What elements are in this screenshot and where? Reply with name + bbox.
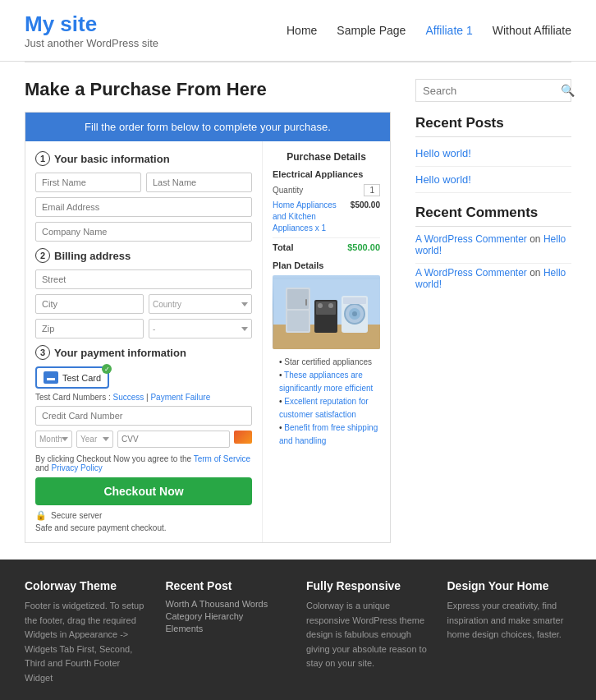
email-row [35,197,252,217]
test-card-label: Test Card Numbers : [35,393,111,402]
feature-3: Excellent reputation for customer satisf… [273,395,380,421]
comment-on-1: on [530,233,540,245]
quantity-row: Quantity 1 [273,184,380,196]
failure-link[interactable]: Payment Failure [150,393,210,402]
product-name: Home Appliances and Kitchen Appliances x… [273,200,351,234]
footer-col-4: Design Your Home Express your creativity… [447,579,572,686]
footer-post-link-1[interactable]: Worth A Thousand Words [166,599,291,609]
cc-row [35,406,252,426]
checkout-header: Fill the order form below to complete yo… [25,113,390,141]
plan-title: Plan Details [273,260,380,270]
svg-point-9 [328,303,333,308]
feature-4: Benefit from free shipping and handling [273,421,380,448]
svg-point-8 [318,303,323,308]
search-input[interactable] [423,85,561,97]
terms-and: and [35,463,49,472]
comment-2: A WordPress Commenter on Hello world! [415,267,571,290]
divider-1 [415,166,571,167]
terms-prefix: By clicking Checkout Now you agree to th… [35,454,191,463]
comment-on-2: on [530,267,540,279]
product-price: $500.00 [351,200,380,234]
quantity-value: 1 [364,184,380,196]
checkout-body: 1 Your basic information [25,141,390,542]
secure-label: Secure server [51,511,102,520]
nav-home[interactable]: Home [287,24,317,37]
site-tagline: Just another WordPress site [25,37,158,49]
footer-col4-title: Design Your Home [447,579,572,592]
company-row [35,222,252,242]
terms-text: By clicking Checkout Now you agree to th… [35,454,252,472]
recent-post-2[interactable]: Hello world! [415,170,571,189]
svg-rect-3 [287,289,309,309]
footer-col-3: Fully Responsive Colorway is a unique re… [306,579,431,686]
test-card-button[interactable]: ▬ Test Card ✓ [35,366,109,389]
checkout-box: Fill the order form below to complete yo… [25,112,391,543]
svg-point-13 [352,311,357,316]
product-category: Electrical Appliances [273,169,380,179]
footer-dark: Colorway Theme Footer is widgetized. To … [0,560,596,700]
svg-rect-5 [305,299,307,306]
section2-label: Billing address [54,250,131,262]
credit-card-input[interactable] [35,406,252,426]
total-amount: $500.00 [347,242,380,252]
checkout-header-text: Fill the order form below to complete yo… [85,121,331,133]
main-container: Make a Purchase From Here Fill the order… [0,62,596,560]
country-select[interactable]: Country [149,294,252,314]
appliance-image [273,275,380,349]
city-input[interactable] [35,294,144,314]
footer-col1-text: Footer is widgetized. To setup the foote… [25,599,149,686]
footer-post-link-3[interactable]: Elements [166,624,291,633]
search-box: 🔍 [415,79,571,102]
footer-col-1: Colorway Theme Footer is widgetized. To … [25,579,149,686]
search-icon[interactable]: 🔍 [561,84,575,97]
zip-extra-select[interactable]: - [149,319,252,338]
street-input[interactable] [35,269,252,289]
checkout-button[interactable]: Checkout Now [35,477,252,505]
checkout-wrapper: Fill the order form below to complete yo… [25,112,391,543]
privacy-link[interactable]: Privacy Policy [51,463,102,472]
divider-2 [415,192,571,193]
first-name-input[interactable] [35,173,141,192]
section1-label: Your basic information [54,153,170,165]
name-row [35,173,252,192]
success-link[interactable]: Success [112,393,144,402]
content-area: Make a Purchase From Here Fill the order… [25,79,391,543]
street-row [35,269,252,289]
purchase-details-title: Purchase Details [273,151,380,163]
nav-without-affiliate[interactable]: Without Affiliate [493,24,571,37]
footer-col3-title: Fully Responsive [306,579,431,592]
footer-post-link-2[interactable]: Category Hierarchy [166,611,291,621]
recent-posts-title: Recent Posts [415,115,571,137]
quantity-label: Quantity [273,186,303,195]
site-title: My site Just another WordPress site [25,12,158,49]
nav-sample-page[interactable]: Sample Page [337,24,406,37]
recent-post-1[interactable]: Hello world! [415,144,571,163]
footer-col3-text: Colorway is a unique responsive WordPres… [306,599,431,671]
nav-affiliate1[interactable]: Affiliate 1 [425,24,472,37]
commenter-2[interactable]: A WordPress Commenter [415,267,527,279]
commenter-1[interactable]: A WordPress Commenter [415,233,527,245]
card-logo-icon [234,431,252,444]
card-icon: ▬ [44,371,58,384]
year-select[interactable]: Year [76,431,113,448]
footer-col-2: Recent Post Worth A Thousand Words Categ… [166,579,291,686]
section3-label: Your payment information [54,347,186,359]
email-input[interactable] [35,197,252,217]
test-card-info: Test Card Numbers : Success | Payment Fa… [35,393,252,402]
check-badge: ✓ [102,364,112,374]
lock-icon: 🔒 [35,510,47,521]
last-name-input[interactable] [146,173,252,192]
recent-comments-title: Recent Comments [415,205,571,227]
section2-title: 2 Billing address [35,248,252,263]
company-input[interactable] [35,222,252,242]
svg-rect-14 [343,297,366,304]
cvv-input[interactable] [117,431,230,448]
comment-1: A WordPress Commenter on Hello world! [415,233,571,256]
secure-row: 🔒 Secure server [35,510,252,521]
secure-desc: Safe and secure payment checkout. [35,523,252,532]
card-btn-label: Test Card [62,373,101,383]
zip-input[interactable] [35,319,144,338]
zip-row: - [35,319,252,338]
month-select[interactable]: Month [35,431,72,448]
tos-link[interactable]: Term of Service [194,454,250,463]
